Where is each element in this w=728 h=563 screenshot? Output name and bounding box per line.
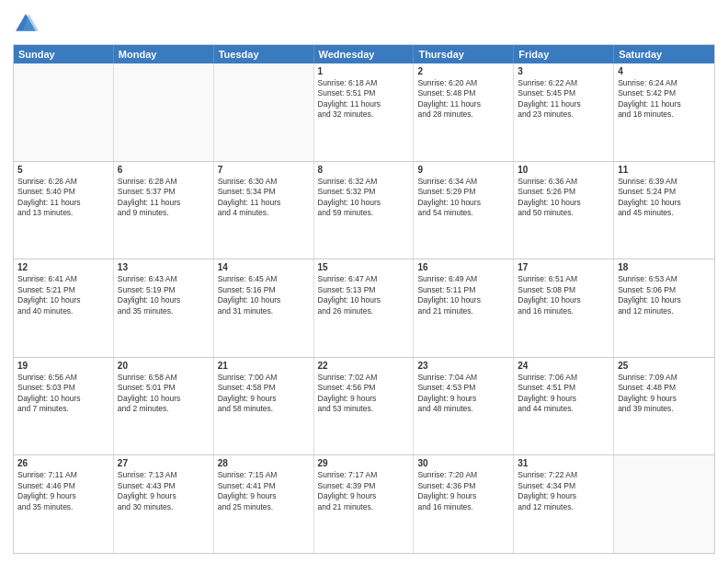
calendar-body: 1Sunrise: 6:18 AMSunset: 5:51 PMDaylight… <box>14 63 714 553</box>
cell-info-line: and 50 minutes. <box>518 208 609 218</box>
cell-info-line: Daylight: 9 hours <box>417 491 509 501</box>
cell-info-line: Daylight: 10 hours <box>518 198 609 208</box>
cell-info-line: Sunset: 4:46 PM <box>17 481 109 491</box>
day-cell-26: 26Sunrise: 7:11 AMSunset: 4:46 PMDayligh… <box>14 455 114 553</box>
cell-info-line: Sunrise: 6:20 AM <box>417 78 509 88</box>
cell-info-line: Daylight: 10 hours <box>417 198 509 208</box>
cell-info-line: Daylight: 9 hours <box>118 491 210 501</box>
day-cell-18: 18Sunrise: 6:53 AMSunset: 5:06 PMDayligh… <box>614 259 714 357</box>
day-cell-4: 4Sunrise: 6:24 AMSunset: 5:42 PMDaylight… <box>614 63 714 161</box>
cell-info-line: Sunset: 5:24 PM <box>618 187 711 197</box>
cell-info-line: Daylight: 9 hours <box>17 491 109 501</box>
cell-info-line: Sunrise: 7:22 AM <box>518 470 609 480</box>
cell-info-line: Sunset: 5:08 PM <box>518 285 609 295</box>
day-number: 31 <box>518 458 609 468</box>
cell-info-line: Sunrise: 6:26 AM <box>17 177 109 187</box>
day-number: 15 <box>318 262 410 272</box>
cell-info-line: Sunrise: 7:13 AM <box>118 470 210 480</box>
day-cell-10: 10Sunrise: 6:36 AMSunset: 5:26 PMDayligh… <box>514 162 614 259</box>
cell-info-line: Sunset: 5:37 PM <box>118 187 210 197</box>
cell-info-line: Sunset: 4:56 PM <box>318 383 410 393</box>
cell-info-line: Daylight: 9 hours <box>218 491 310 501</box>
day-cell-14: 14Sunrise: 6:45 AMSunset: 5:16 PMDayligh… <box>214 259 314 357</box>
cell-info-line: and 23 minutes. <box>518 109 609 120</box>
cell-info-line: and 28 minutes. <box>417 109 509 120</box>
day-cell-9: 9Sunrise: 6:34 AMSunset: 5:29 PMDaylight… <box>414 162 514 259</box>
cell-info-line: Sunrise: 6:28 AM <box>118 177 210 187</box>
cell-info-line: Daylight: 10 hours <box>618 295 711 305</box>
empty-cell-0-0 <box>14 63 114 161</box>
cell-info-line: Sunset: 5:45 PM <box>518 88 609 98</box>
cell-info-line: Sunset: 4:36 PM <box>417 481 509 491</box>
day-cell-5: 5Sunrise: 6:26 AMSunset: 5:40 PMDaylight… <box>14 162 114 259</box>
day-number: 17 <box>518 262 609 272</box>
weekday-header-monday: Monday <box>114 45 214 63</box>
day-cell-22: 22Sunrise: 7:02 AMSunset: 4:56 PMDayligh… <box>314 358 415 455</box>
cell-info-line: Sunrise: 6:51 AM <box>518 274 609 284</box>
cell-info-line: Sunrise: 7:17 AM <box>318 470 410 480</box>
cell-info-line: Sunrise: 7:11 AM <box>17 470 109 480</box>
cell-info-line: and 2 minutes. <box>118 404 210 414</box>
day-number: 25 <box>618 361 711 371</box>
cell-info-line: Daylight: 10 hours <box>518 295 609 305</box>
cell-info-line: Sunrise: 7:09 AM <box>618 373 711 383</box>
cell-info-line: Daylight: 10 hours <box>318 295 410 305</box>
day-number: 10 <box>518 165 609 175</box>
cell-info-line: Sunset: 5:40 PM <box>17 187 109 197</box>
cell-info-line: Sunset: 4:34 PM <box>518 481 609 491</box>
cell-info-line: and 35 minutes. <box>118 306 210 316</box>
cell-info-line: and 39 minutes. <box>618 404 711 414</box>
day-cell-30: 30Sunrise: 7:20 AMSunset: 4:36 PMDayligh… <box>414 455 514 553</box>
day-number: 21 <box>218 361 310 371</box>
empty-cell-0-2 <box>214 63 314 161</box>
empty-cell-0-1 <box>114 63 214 161</box>
day-cell-27: 27Sunrise: 7:13 AMSunset: 4:43 PMDayligh… <box>114 455 214 553</box>
cell-info-line: Sunrise: 6:41 AM <box>17 274 109 284</box>
cell-info-line: Daylight: 11 hours <box>17 198 109 208</box>
cell-info-line: Daylight: 10 hours <box>17 394 109 404</box>
cell-info-line: Sunset: 5:03 PM <box>17 383 109 393</box>
day-number: 18 <box>618 262 711 272</box>
cell-info-line: Sunrise: 6:47 AM <box>318 274 410 284</box>
day-cell-7: 7Sunrise: 6:30 AMSunset: 5:34 PMDaylight… <box>214 162 314 259</box>
day-number: 4 <box>618 66 711 76</box>
cell-info-line: Sunset: 4:53 PM <box>417 383 509 393</box>
day-number: 27 <box>118 458 210 468</box>
cell-info-line: and 7 minutes. <box>17 404 109 414</box>
day-number: 24 <box>518 361 609 371</box>
cell-info-line: and 9 minutes. <box>118 208 210 218</box>
cell-info-line: Sunset: 5:48 PM <box>417 88 509 98</box>
day-cell-25: 25Sunrise: 7:09 AMSunset: 4:48 PMDayligh… <box>614 358 714 455</box>
weekday-header-tuesday: Tuesday <box>214 45 314 63</box>
day-cell-24: 24Sunrise: 7:06 AMSunset: 4:51 PMDayligh… <box>514 358 614 455</box>
calendar-row-4: 26Sunrise: 7:11 AMSunset: 4:46 PMDayligh… <box>14 454 714 553</box>
day-number: 2 <box>417 66 509 76</box>
cell-info-line: Sunrise: 6:53 AM <box>618 274 711 284</box>
cell-info-line: and 30 minutes. <box>118 502 210 512</box>
weekday-header-friday: Friday <box>514 45 614 63</box>
cell-info-line: Sunset: 4:58 PM <box>218 383 310 393</box>
cell-info-line: Daylight: 11 hours <box>518 99 609 109</box>
cell-info-line: Daylight: 10 hours <box>17 295 109 305</box>
day-number: 5 <box>17 165 109 175</box>
cell-info-line: Sunset: 5:01 PM <box>118 383 210 393</box>
day-cell-15: 15Sunrise: 6:47 AMSunset: 5:13 PMDayligh… <box>314 259 415 357</box>
cell-info-line: Daylight: 11 hours <box>417 99 509 109</box>
day-number: 16 <box>417 262 509 272</box>
cell-info-line: and 32 minutes. <box>318 109 410 120</box>
cell-info-line: Sunrise: 6:18 AM <box>318 78 410 88</box>
cell-info-line: Sunrise: 6:49 AM <box>417 274 509 284</box>
weekday-header-thursday: Thursday <box>414 45 514 63</box>
cell-info-line: and 44 minutes. <box>518 404 609 414</box>
cell-info-line: and 53 minutes. <box>318 404 410 414</box>
weekday-header-sunday: Sunday <box>14 45 114 63</box>
cell-info-line: Sunset: 5:32 PM <box>318 187 410 197</box>
cell-info-line: Sunset: 5:34 PM <box>218 187 310 197</box>
day-number: 7 <box>218 165 310 175</box>
cell-info-line: Daylight: 9 hours <box>218 394 310 404</box>
cell-info-line: Daylight: 11 hours <box>318 99 410 109</box>
cell-info-line: Sunset: 5:29 PM <box>417 187 509 197</box>
cell-info-line: Sunrise: 6:34 AM <box>417 177 509 187</box>
cell-info-line: Daylight: 9 hours <box>518 394 609 404</box>
cell-info-line: Daylight: 10 hours <box>118 394 210 404</box>
